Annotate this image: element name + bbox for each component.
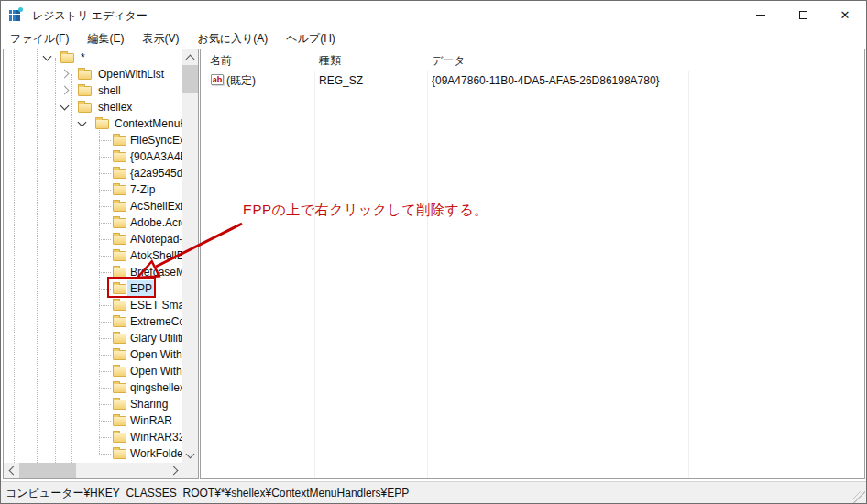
menu-view[interactable]: 表示(V)	[133, 28, 188, 49]
tree-guide-stub	[99, 140, 111, 141]
tree-guide-stub	[99, 454, 111, 455]
scroll-up-icon[interactable]	[182, 49, 198, 65]
vertical-scroll-thumb[interactable]	[182, 65, 198, 93]
tree-item-label: FileSyncEx	[130, 132, 182, 148]
tree-item-winrar32[interactable]: WinRAR32	[4, 429, 182, 445]
tree-item-label: ContextMenuHandlers	[115, 115, 182, 132]
tree-item-filesyncex[interactable]: FileSyncEx	[4, 132, 182, 148]
scroll-down-icon[interactable]	[182, 447, 198, 463]
tree-guide-stub	[99, 157, 111, 158]
tree-item-{90aa3a4e[interactable]: {90AA3A4E	[4, 148, 182, 165]
registry-values-panel: 名前 種類 データ ab(既定)REG_SZ{09A47860-11B0-4DA…	[200, 49, 865, 479]
resize-grip-icon[interactable]	[853, 491, 865, 503]
tree-item-anotepad-[interactable]: ANotepad-	[4, 231, 182, 247]
tree-guide-stub	[99, 190, 111, 191]
tree-guide-stub	[99, 338, 111, 339]
tree-item-label: ANotepad-	[130, 231, 182, 247]
tree-item-label: WinRAR32	[130, 429, 182, 445]
tree-guide-stub	[99, 437, 111, 438]
chevron-down-icon[interactable]	[43, 52, 52, 61]
tree-item-label: {a2a9545d-	[130, 165, 182, 181]
folder-icon	[113, 301, 126, 311]
registry-icon	[9, 7, 24, 22]
scroll-left-icon[interactable]	[4, 463, 19, 478]
column-header-type[interactable]: 種類	[319, 49, 341, 71]
minimize-button[interactable]	[740, 1, 782, 28]
status-bar: コンピューター¥HKEY_CLASSES_ROOT¥*¥shellex¥Cont…	[1, 481, 866, 504]
registry-editor-window: レジストリ エディター ✕ ファイル(F) 編集(E) 表示(V) お気に入り(…	[0, 0, 867, 504]
tree-guide-stub	[99, 272, 111, 273]
tree-guide-stub	[99, 371, 111, 372]
tree-item-extremeco[interactable]: ExtremeCo	[4, 313, 182, 330]
tree-item-shell[interactable]: shell	[4, 82, 182, 99]
window-title: レジストリ エディター	[32, 8, 148, 24]
title-bar[interactable]: レジストリ エディター ✕	[1, 1, 866, 28]
folder-icon	[113, 152, 126, 162]
value-data: {09A47860-11B0-4DA5-AFA5-26D86198A780}	[432, 72, 660, 89]
tree-item-label: 7-Zip	[130, 181, 155, 198]
tree-item-label: qingshellex	[130, 379, 182, 396]
tree-item-shellex[interactable]: shellex	[4, 99, 182, 115]
selected-key-path: コンピューター¥HKEY_CLASSES_ROOT¥*¥shellex¥Cont…	[5, 486, 409, 501]
tree-item-label: Open With	[130, 363, 182, 379]
tree-item-workfolde[interactable]: WorkFolde	[4, 445, 182, 462]
tree-item-eset-smart[interactable]: ESET Smart	[4, 297, 182, 313]
tree-item-{a2a9545d-[interactable]: {a2a9545d-	[4, 165, 182, 181]
chevron-down-icon[interactable]	[78, 118, 87, 127]
chevron-down-icon[interactable]	[60, 102, 70, 111]
tree-item-contextmenuhandlers[interactable]: ContextMenuHandlers	[4, 115, 182, 132]
minimize-icon	[756, 15, 765, 16]
registry-tree-panel: *OpenWithListshellshellexContextMenuHand…	[3, 49, 199, 479]
menu-edit[interactable]: 編集(E)	[78, 28, 133, 49]
tree-item-adobe-acro[interactable]: Adobe.Acro	[4, 214, 182, 231]
tree-item-sharing[interactable]: Sharing	[4, 396, 182, 412]
menu-help[interactable]: ヘルプ(H)	[277, 28, 345, 49]
tree-item-7-zip[interactable]: 7-Zip	[4, 181, 182, 198]
horizontal-scroll-thumb[interactable]	[19, 463, 76, 478]
scroll-right-icon[interactable]	[167, 463, 182, 478]
chevron-right-icon[interactable]	[60, 70, 70, 79]
tree-item-openwithlist[interactable]: OpenWithList	[4, 66, 182, 82]
tree-item-open-with[interactable]: Open With	[4, 363, 182, 379]
tree-item-acshellexte[interactable]: AcShellExte	[4, 198, 182, 214]
menu-favorites[interactable]: お気に入り(A)	[188, 28, 277, 49]
folder-icon	[113, 433, 126, 443]
tree-horizontal-scrollbar[interactable]	[4, 463, 182, 478]
folder-icon	[113, 383, 126, 393]
chevron-right-icon[interactable]	[60, 86, 70, 95]
folder-icon	[113, 169, 126, 179]
tree-item-label: shell	[98, 82, 121, 99]
folder-icon	[113, 416, 126, 426]
string-value-icon: ab	[211, 74, 224, 85]
folder-icon	[113, 235, 126, 245]
list-header: 名前 種類 データ	[201, 49, 864, 71]
tree-item-label: OpenWithList	[98, 66, 164, 82]
folder-icon	[78, 86, 92, 96]
folder-icon	[78, 70, 92, 80]
menu-bar: ファイル(F) 編集(E) 表示(V) お気に入り(A) ヘルプ(H)	[1, 28, 866, 49]
tree-item-atokshelle[interactable]: AtokShellE	[4, 247, 182, 264]
tree-item-winrar[interactable]: WinRAR	[4, 412, 182, 429]
tree-item-glary-utiliti[interactable]: Glary Utiliti	[4, 330, 182, 346]
tree-item-*[interactable]: *	[4, 49, 182, 66]
column-header-name[interactable]: 名前	[210, 49, 232, 71]
registry-value-row[interactable]: ab(既定)REG_SZ{09A47860-11B0-4DA5-AFA5-26D…	[201, 72, 864, 89]
annotation-highlight-box	[107, 277, 156, 298]
maximize-button[interactable]	[782, 1, 824, 28]
tree-item-open-with[interactable]: Open With	[4, 346, 182, 363]
folder-icon	[113, 218, 126, 228]
tree-vertical-scrollbar[interactable]	[182, 49, 198, 463]
folder-icon	[113, 449, 126, 459]
column-header-data[interactable]: データ	[432, 49, 466, 71]
value-type: REG_SZ	[319, 72, 363, 89]
maximize-icon	[799, 11, 807, 19]
tree-guide-stub	[99, 305, 111, 306]
close-button[interactable]: ✕	[824, 1, 866, 28]
tree-guide-stub	[99, 421, 111, 422]
list-rows: ab(既定)REG_SZ{09A47860-11B0-4DA5-AFA5-26D…	[201, 71, 864, 478]
menu-file[interactable]: ファイル(F)	[1, 28, 78, 49]
tree-item-label: shellex	[98, 99, 132, 115]
tree-item-qingshellex[interactable]: qingshellex	[4, 379, 182, 396]
tree-item-label: AcShellExte	[130, 198, 182, 214]
folder-icon	[113, 334, 126, 344]
